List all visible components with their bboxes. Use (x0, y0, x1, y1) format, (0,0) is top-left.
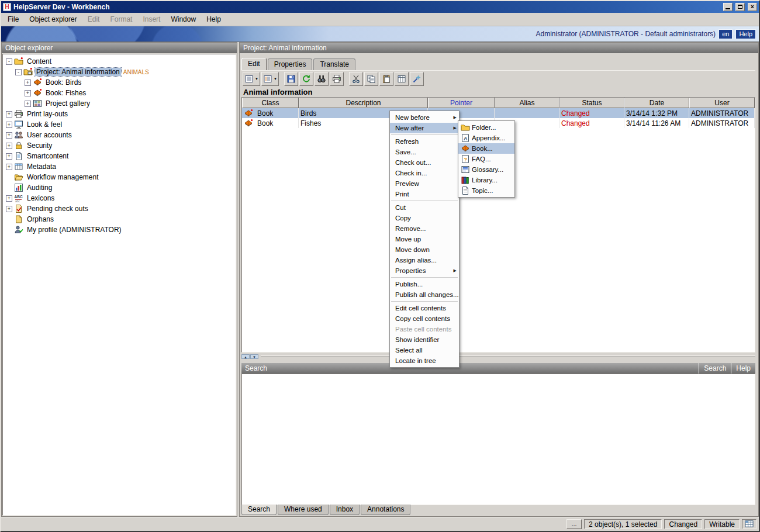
submenu-item-library[interactable]: Library... (458, 175, 514, 185)
tree-item-book-fishes[interactable]: +Book: Fishes (3, 88, 236, 98)
submenu-item-folder[interactable]: Folder... (458, 122, 514, 133)
tree-item-security[interactable]: +Security (3, 140, 236, 151)
context-menu-item-select-all[interactable]: Select all (390, 345, 459, 355)
expand-icon[interactable]: + (6, 143, 12, 149)
context-menu-item-save[interactable]: Save... (390, 147, 459, 157)
menu-object-explorer[interactable]: Object explorer (24, 13, 82, 25)
bottom-tab-annotations[interactable]: Annotations (361, 505, 410, 515)
column-header-class[interactable]: Class (242, 98, 299, 108)
context-menu-item-preview[interactable]: Preview (390, 178, 459, 189)
tree-item-metadata[interactable]: +Metadata (3, 161, 236, 172)
collapse-icon[interactable]: - (6, 58, 12, 65)
splitter-collapse-up-icon[interactable]: ▲ (241, 354, 250, 359)
context-menu-item-move-down[interactable]: Move down (390, 244, 459, 255)
context-menu-item-locate-in-tree[interactable]: Locate in tree (390, 355, 459, 366)
refresh-button[interactable] (299, 72, 313, 86)
bottom-tab-search[interactable]: Search (241, 505, 277, 515)
context-menu-item-edit-cell-contents[interactable]: Edit cell contents (390, 303, 459, 313)
tree-item-print-lay-outs[interactable]: +Print lay-outs (3, 109, 236, 119)
expand-icon[interactable]: + (6, 122, 12, 128)
context-menu-item-publish-all-changes[interactable]: Publish all changes... (390, 289, 459, 300)
status-more-button[interactable]: ... (566, 519, 582, 529)
context-menu-item-print[interactable]: Print (390, 189, 459, 199)
bottom-tab-where-used[interactable]: Where used (278, 505, 329, 515)
maximize-button[interactable] (735, 3, 745, 11)
display-columns-button[interactable]: ▼ (261, 72, 279, 86)
view-mode-button[interactable]: ▼ (243, 72, 260, 86)
tab-properties[interactable]: Properties (268, 58, 313, 70)
context-menu-item-properties[interactable]: Properties▶ (390, 265, 459, 276)
submenu-item-book[interactable]: Book... (458, 143, 514, 154)
tree-item-orphans[interactable]: +Orphans (3, 214, 236, 224)
context-menu-item-new-before[interactable]: New before▶ (390, 112, 459, 123)
expand-icon[interactable]: + (6, 132, 12, 139)
tree-item-pending-check-outs[interactable]: +Pending check outs (3, 203, 236, 214)
context-menu-item-check-out[interactable]: Check out... (390, 157, 459, 168)
expand-icon[interactable]: + (6, 164, 12, 170)
column-header-status[interactable]: Status (559, 98, 624, 108)
context-menu-item-refresh[interactable]: Refresh (390, 136, 459, 147)
tree-item-lexicons[interactable]: +ABCabcLexicons (3, 193, 236, 203)
tree-item-look-feel[interactable]: +Look & feel (3, 119, 236, 130)
splitter-collapse-down-icon[interactable]: ▼ (250, 354, 258, 359)
column-header-date[interactable]: Date (624, 98, 689, 108)
tree-item-workflow-management[interactable]: +Workflow management (3, 172, 236, 182)
column-header-alias[interactable]: Alias (495, 98, 559, 108)
column-header-user[interactable]: User (689, 98, 755, 108)
pane-splitter[interactable]: ▲ ▼ (241, 354, 755, 359)
minimize-button[interactable] (723, 3, 733, 11)
print-button[interactable] (330, 72, 344, 86)
search-run-button[interactable]: Search (699, 363, 731, 374)
context-menu-item-check-in[interactable]: Check in... (390, 168, 459, 178)
language-button[interactable]: en (718, 29, 733, 39)
menu-file[interactable]: File (2, 13, 24, 25)
column-header-description[interactable]: Description (299, 98, 428, 108)
context-menu-item-show-identifier[interactable]: Show identifier (390, 334, 459, 345)
context-menu-item-copy-cell-contents[interactable]: Copy cell contents (390, 313, 459, 324)
expand-icon[interactable]: + (6, 111, 12, 118)
tab-translate[interactable]: Translate (313, 58, 355, 70)
tree-item-project-animal-information[interactable]: -Project: Animal informationANIMALS (3, 67, 236, 77)
tree-item-book-birds[interactable]: +Book: Birds (3, 77, 236, 88)
expand-icon[interactable]: + (6, 206, 12, 212)
dropdown-arrow-icon[interactable]: ▼ (255, 77, 258, 81)
context-menu-item-move-up[interactable]: Move up (390, 234, 459, 244)
expand-icon[interactable]: + (25, 90, 31, 96)
tree-item-auditing[interactable]: +Auditing (3, 182, 236, 193)
save-button[interactable] (284, 72, 298, 86)
menu-window[interactable]: Window (165, 13, 201, 25)
expand-icon[interactable]: + (6, 153, 12, 160)
tree-item-content[interactable]: -Content (3, 56, 236, 67)
tree-item-smartcontent[interactable]: +Smartcontent (3, 151, 236, 161)
preview-wand-button[interactable] (410, 72, 424, 86)
tree-item-my-profile-administrator[interactable]: +My profile (ADMINISTRATOR) (3, 224, 236, 235)
expand-icon[interactable]: + (25, 80, 31, 86)
cut-button[interactable] (349, 72, 363, 86)
submenu-item-appendix[interactable]: AAppendix... (458, 133, 514, 143)
collapse-icon[interactable]: - (15, 69, 22, 75)
context-menu-item-new-after[interactable]: New after▶ (390, 123, 459, 133)
banner-help-button[interactable]: Help (735, 29, 756, 39)
copy-button[interactable] (364, 72, 378, 86)
column-header-pointer[interactable]: Pointer (428, 98, 495, 108)
submenu-item-glossary[interactable]: Glossary... (458, 164, 514, 175)
splitter-groove[interactable] (261, 355, 755, 357)
context-menu-item-remove[interactable]: Remove... (390, 223, 459, 234)
dropdown-arrow-icon[interactable]: ▼ (274, 77, 277, 81)
context-menu-item-copy[interactable]: Copy (390, 213, 459, 223)
context-menu-item-publish[interactable]: Publish... (390, 279, 459, 289)
search-help-button[interactable]: Help (731, 363, 755, 374)
submenu-item-faq[interactable]: ?FAQ... (458, 154, 514, 164)
menu-help[interactable]: Help (201, 13, 226, 25)
columns-button[interactable] (395, 72, 409, 86)
paste-button[interactable] (379, 72, 393, 86)
bottom-tab-inbox[interactable]: Inbox (330, 505, 360, 515)
tree-item-user-accounts[interactable]: +User accounts (3, 130, 236, 140)
tree-item-project-gallery[interactable]: +Project gallery (3, 98, 236, 109)
tab-edit[interactable]: Edit (241, 58, 267, 70)
close-button[interactable]: × (748, 3, 757, 11)
submenu-item-topic[interactable]: Topic... (458, 185, 514, 196)
expand-icon[interactable]: + (6, 195, 12, 202)
context-menu-item-assign-alias[interactable]: Assign alias... (390, 255, 459, 265)
expand-icon[interactable]: + (25, 101, 31, 107)
